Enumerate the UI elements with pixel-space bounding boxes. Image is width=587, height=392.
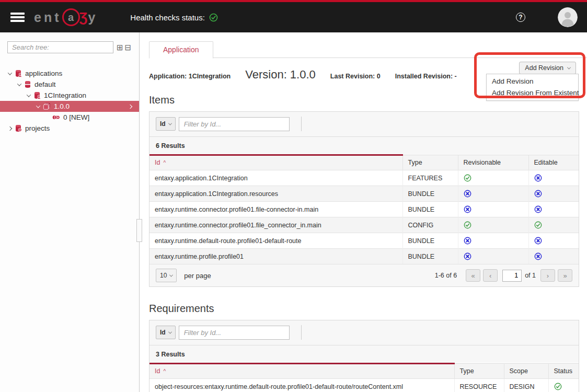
cell-type: RESOURCE xyxy=(454,379,504,392)
sort-asc-icon: ^ xyxy=(163,368,166,374)
chevron-down-icon xyxy=(168,330,172,333)
table-row[interactable]: entaxy.runtime.connector.profile01.file_… xyxy=(149,217,579,233)
tab-bar: Application xyxy=(149,41,587,58)
cell-id: entaxy.runtime.connector.profile01.file_… xyxy=(149,217,402,233)
logo-text-post: y xyxy=(88,10,98,25)
logo-x-glyph: Ʒ xyxy=(79,9,88,26)
cell-type: BUNDLE xyxy=(402,202,458,217)
tree-item-1-0-0[interactable]: 1.0.0 xyxy=(0,101,139,112)
add-revision-menu: Add Revision Add Revision From Existent xyxy=(486,74,579,101)
help-icon[interactable]: ? xyxy=(516,13,525,22)
avatar[interactable] xyxy=(558,7,578,27)
add-revision-button[interactable]: Add Revision xyxy=(519,62,576,74)
version-label: Version: 1.0.0 xyxy=(245,68,316,82)
table-row[interactable]: entaxy.runtime.profile.profile01BUNDLE xyxy=(149,249,579,264)
status-check-icon xyxy=(554,383,574,390)
cell-status xyxy=(548,379,579,392)
tree-item-projects[interactable]: projects xyxy=(0,123,139,134)
main-content: Application Application: 1CIntegration V… xyxy=(140,32,587,392)
cell-id: entaxy.runtime.default-route.profile01-d… xyxy=(149,233,402,249)
table-row[interactable]: entaxy.application.1CIntegration.resourc… xyxy=(149,186,579,202)
tree-item-0-new-[interactable]: 0 [NEW] xyxy=(0,112,139,123)
expand-all-icon[interactable]: ⊞ xyxy=(117,43,123,51)
sidebar-resize-handle[interactable] xyxy=(136,219,142,242)
status-cross-icon xyxy=(464,237,523,245)
table-row[interactable]: entaxy.runtime.default-route.profile01-d… xyxy=(149,233,579,249)
cell-type: FEATURES xyxy=(402,170,458,186)
items-filter-field-dropdown[interactable]: Id xyxy=(156,117,176,131)
column-header-editable[interactable]: Editable xyxy=(528,155,579,170)
cell-revisionable xyxy=(458,170,528,186)
column-header-id[interactable]: Id^ xyxy=(149,155,402,170)
logo-circle-a: a xyxy=(62,8,80,26)
status-check-icon xyxy=(464,174,523,182)
chevron-down-icon[interactable] xyxy=(36,103,40,108)
tree-item-applications[interactable]: applications xyxy=(0,68,139,79)
chevron-right-icon[interactable] xyxy=(8,126,12,130)
menu-item-add-revision-from-existent[interactable]: Add Revision From Existent xyxy=(487,87,578,99)
next-page-button[interactable]: › xyxy=(540,269,555,282)
column-header-scope[interactable]: Scope xyxy=(504,364,548,379)
cell-scope: DESIGN xyxy=(504,379,548,392)
column-header-type[interactable]: Type xyxy=(454,364,504,379)
items-page-input[interactable] xyxy=(502,270,522,282)
status-cross-icon xyxy=(534,205,574,213)
cell-revisionable xyxy=(458,186,528,202)
tree-item-label: 1CIntegration xyxy=(44,91,86,99)
collapse-all-icon[interactable]: ⊟ xyxy=(125,43,132,51)
column-header-revisionable[interactable]: Revisionable xyxy=(458,155,528,170)
cell-type: CONFIG xyxy=(402,217,458,233)
status-cross-icon xyxy=(464,190,523,198)
cell-editable xyxy=(528,170,579,186)
cell-id: entaxy.runtime.profile.profile01 xyxy=(149,249,402,264)
tree-item-label: projects xyxy=(25,124,50,132)
table-row[interactable]: entaxy.application.1CIntegrationFEATURES xyxy=(149,170,579,186)
first-page-button[interactable]: « xyxy=(466,269,480,282)
chevron-down-icon[interactable] xyxy=(8,71,12,75)
status-cross-icon xyxy=(534,237,574,245)
table-row[interactable]: object-resources:entaxy.runtime.default-… xyxy=(149,379,579,392)
entaxy-logo: ent a Ʒ y xyxy=(34,8,98,26)
tree-item-default[interactable]: default xyxy=(0,79,139,90)
filter-divider xyxy=(301,325,302,340)
chevron-down-icon xyxy=(168,121,172,125)
status-cross-icon xyxy=(534,174,574,182)
last-page-button[interactable]: » xyxy=(558,269,572,282)
cell-id: entaxy.application.1CIntegration xyxy=(149,170,402,186)
tab-application[interactable]: Application xyxy=(149,41,213,59)
db-icon xyxy=(24,80,31,88)
cell-id: entaxy.runtime.connector.profile01.file-… xyxy=(149,202,402,217)
chevron-down-icon[interactable] xyxy=(17,82,21,86)
health-checks-status: Health checks status: xyxy=(130,13,218,22)
status-cross-icon xyxy=(464,205,523,213)
last-revision-label: Last Revision: 0 xyxy=(330,73,381,80)
cell-revisionable xyxy=(458,202,528,217)
items-per-page-dropdown[interactable]: 10 xyxy=(156,269,177,282)
table-row[interactable]: entaxy.runtime.connector.profile01.file-… xyxy=(149,202,579,217)
requirements-filter-field-dropdown[interactable]: Id xyxy=(156,326,176,339)
hamburger-menu-icon[interactable] xyxy=(10,11,25,24)
chevron-down-icon[interactable] xyxy=(27,93,31,97)
column-header-type[interactable]: Type xyxy=(402,155,458,170)
items-range-label: 1-6 of 6 xyxy=(435,272,457,279)
db-gear-icon xyxy=(15,124,22,132)
tree-item-label: default xyxy=(34,80,56,88)
column-header-status[interactable]: Status xyxy=(548,364,579,379)
prev-page-button[interactable]: ‹ xyxy=(483,269,498,282)
column-header-id[interactable]: Id^ xyxy=(149,364,454,379)
cell-id: object-resources:entaxy.runtime.default-… xyxy=(149,379,454,392)
health-checks-label: Health checks status: xyxy=(130,13,205,22)
requirements-filter-input[interactable] xyxy=(179,326,290,340)
search-tree-input[interactable] xyxy=(7,41,113,53)
filter-divider xyxy=(301,117,302,131)
items-filter-input[interactable] xyxy=(179,117,290,131)
requirements-header-row: Id^TypeScopeStatus xyxy=(149,364,579,379)
application-name-label: Application: 1CIntegration xyxy=(149,73,231,80)
health-ok-icon xyxy=(209,13,218,22)
tree-item-label: 0 [NEW] xyxy=(63,113,89,121)
menu-item-add-revision[interactable]: Add Revision xyxy=(487,76,578,87)
chevron-right-icon[interactable] xyxy=(128,104,132,108)
tree-item-1cintegration[interactable]: 1CIntegration xyxy=(0,90,139,101)
cell-revisionable xyxy=(458,217,528,233)
status-check-icon xyxy=(464,221,523,229)
